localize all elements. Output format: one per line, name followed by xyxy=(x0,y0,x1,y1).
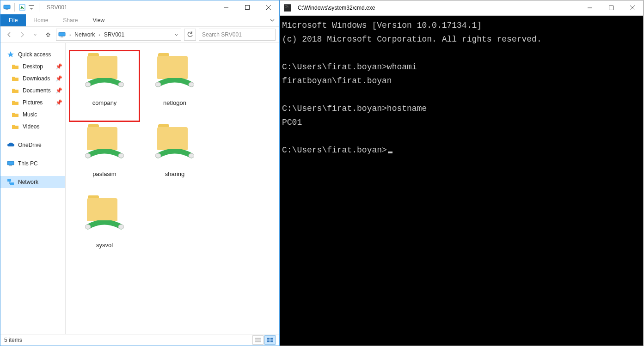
svg-point-13 xyxy=(155,82,161,87)
chevron-right-icon[interactable]: › xyxy=(67,32,73,37)
ribbon-expand-icon[interactable] xyxy=(265,14,279,26)
nav-label: Documents xyxy=(23,87,51,94)
share-company[interactable]: company xyxy=(69,50,140,121)
share-label: paslasim xyxy=(92,170,116,177)
refresh-button[interactable] xyxy=(184,29,196,41)
explorer-window: SRV001 File Home Share View › Network › … xyxy=(0,0,280,346)
separator xyxy=(39,3,39,12)
tab-share[interactable]: Share xyxy=(55,14,85,26)
navpane-desktop[interactable]: Desktop 📌 xyxy=(0,61,65,73)
navpane-this-pc[interactable]: This PC xyxy=(0,158,65,170)
nav-label: Quick access xyxy=(18,51,51,58)
back-button[interactable] xyxy=(4,30,14,40)
svg-rect-7 xyxy=(7,161,14,165)
navpane-onedrive[interactable]: OneDrive xyxy=(0,139,65,151)
nav-pane[interactable]: Quick access Desktop 📌 Downloads 📌 Docum… xyxy=(0,43,66,334)
breadcrumb[interactable]: › Network › SRV001 xyxy=(56,29,181,41)
forward-button[interactable] xyxy=(17,30,27,40)
details-view-button[interactable] xyxy=(252,335,264,345)
computer-icon xyxy=(3,4,11,11)
svg-point-15 xyxy=(85,153,91,158)
status-text: 5 items xyxy=(4,337,22,343)
recent-dropdown-icon[interactable] xyxy=(30,30,40,40)
share-label: sharing xyxy=(165,170,185,177)
svg-rect-8 xyxy=(9,165,12,166)
navpane-documents[interactable]: Documents 📌 xyxy=(0,85,65,97)
shared-folder-icon xyxy=(153,52,197,97)
cmd-line: (c) 2018 Microsoft Corporation. All righ… xyxy=(282,35,542,44)
cmd-titlebar[interactable]: C:\Windows\system32\cmd.exe xyxy=(280,0,643,16)
cursor xyxy=(388,152,393,153)
chevron-right-icon[interactable]: › xyxy=(97,32,102,37)
breadcrumb-dropdown-icon[interactable] xyxy=(174,32,179,37)
navpane-pictures[interactable]: Pictures 📌 xyxy=(0,97,65,109)
tab-home[interactable]: Home xyxy=(26,14,55,26)
separator xyxy=(14,3,15,12)
minimize-button[interactable] xyxy=(579,0,601,15)
cmd-icon xyxy=(284,4,291,12)
svg-point-20 xyxy=(118,225,124,229)
share-label: netlogon xyxy=(163,99,186,106)
navpane-downloads[interactable]: Downloads 📌 xyxy=(0,73,65,85)
svg-rect-23 xyxy=(267,340,270,342)
icons-view-button[interactable] xyxy=(264,335,276,345)
shared-folder-icon xyxy=(82,194,127,239)
tab-view[interactable]: View xyxy=(85,14,112,26)
share-sharing[interactable]: sharing xyxy=(140,121,210,193)
close-button[interactable] xyxy=(258,0,279,14)
cmd-line: PC01 xyxy=(282,118,302,127)
network-icon xyxy=(7,178,14,186)
nav-label: Network xyxy=(18,179,38,185)
folder-icon xyxy=(12,111,19,118)
maximize-button[interactable] xyxy=(601,0,622,15)
folder-icon xyxy=(12,63,19,70)
search-input[interactable]: Search SRV001 xyxy=(199,29,276,41)
breadcrumb-segment[interactable]: SRV001 xyxy=(104,31,124,38)
window-controls xyxy=(579,0,643,15)
share-netlogon[interactable]: netlogon xyxy=(140,50,210,121)
qat-dropdown-icon[interactable] xyxy=(28,4,35,11)
window-title: SRV001 xyxy=(44,4,215,11)
pin-icon: 📌 xyxy=(55,75,62,82)
svg-rect-0 xyxy=(4,5,10,9)
pin-icon: 📌 xyxy=(55,87,62,94)
cmd-line: Microsoft Windows [Version 10.0.17134.1] xyxy=(282,21,482,30)
navpane-network[interactable]: Network xyxy=(0,176,65,188)
share-sysvol[interactable]: sysvol xyxy=(69,193,140,264)
properties-icon[interactable] xyxy=(18,4,26,11)
tab-file[interactable]: File xyxy=(0,14,26,26)
svg-point-11 xyxy=(85,82,91,87)
breadcrumb-segment[interactable]: Network xyxy=(74,31,95,38)
navpane-videos[interactable]: Videos xyxy=(0,121,65,133)
svg-rect-25 xyxy=(609,6,613,10)
svg-rect-21 xyxy=(267,338,270,340)
svg-rect-24 xyxy=(270,340,273,342)
nav-label: Music xyxy=(23,111,37,118)
cmd-line: firatboyan\firat.boyan xyxy=(282,76,392,85)
svg-point-19 xyxy=(85,225,91,229)
pin-icon: 📌 xyxy=(55,63,62,70)
pin-icon: 📌 xyxy=(55,99,62,106)
computer-icon xyxy=(58,31,66,38)
navpane-quick-access[interactable]: Quick access xyxy=(0,49,65,61)
close-button[interactable] xyxy=(622,0,643,15)
svg-rect-10 xyxy=(10,182,14,185)
window-controls xyxy=(215,0,279,14)
folder-icon xyxy=(12,123,19,130)
folder-icon xyxy=(12,75,19,82)
cmd-output[interactable]: Microsoft Windows [Version 10.0.17134.1]… xyxy=(280,16,643,346)
svg-rect-6 xyxy=(61,36,63,37)
navpane-music[interactable]: Music xyxy=(0,109,65,121)
content-area[interactable]: company netlogon paslasim xyxy=(66,43,279,334)
explorer-titlebar[interactable]: SRV001 xyxy=(0,0,279,14)
computer-icon xyxy=(7,160,14,167)
maximize-button[interactable] xyxy=(237,0,258,14)
shared-folder-icon xyxy=(82,123,127,168)
quick-access-toolbar xyxy=(0,3,44,12)
share-paslasim[interactable]: paslasim xyxy=(69,121,140,193)
up-button[interactable] xyxy=(43,30,53,40)
minimize-button[interactable] xyxy=(215,0,237,14)
desktop: SRV001 File Home Share View › Network › … xyxy=(0,0,644,346)
svg-rect-22 xyxy=(270,338,273,340)
cmd-line: C:\Users\firat.boyan>whoami xyxy=(282,62,417,72)
